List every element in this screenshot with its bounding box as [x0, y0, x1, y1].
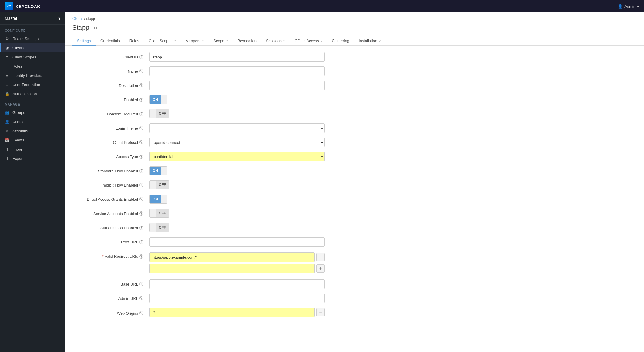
remove-web-origin-button[interactable]: − [316, 308, 325, 316]
tab-clustering[interactable]: Clustering [327, 36, 354, 46]
user-menu[interactable]: 👤 Admin ▾ [618, 4, 639, 9]
page-title: Stapp [72, 24, 89, 31]
tab-client-scopes[interactable]: Client Scopes ? [144, 36, 181, 46]
tab-sessions[interactable]: Sessions ? [261, 36, 290, 46]
standard-flow-toggle[interactable]: ON [149, 166, 167, 175]
tab-mappers[interactable]: Mappers ? [181, 36, 209, 46]
service-off-label: OFF [156, 209, 169, 217]
root-url-help-icon[interactable]: ? [139, 240, 143, 244]
remove-redirect-uri-button[interactable]: − [316, 253, 325, 261]
consent-required-group: Consent Required ? OFF [72, 109, 325, 119]
client-id-group: Client ID ? [72, 52, 325, 62]
base-url-input[interactable] [149, 279, 325, 289]
valid-redirect-help-icon[interactable]: ? [139, 254, 143, 259]
enabled-help-icon[interactable]: ? [139, 98, 143, 102]
redirect-uri-input-1[interactable] [149, 252, 315, 262]
consent-off-label: OFF [156, 109, 169, 118]
description-help-icon[interactable]: ? [139, 83, 143, 87]
name-help-icon[interactable]: ? [139, 69, 143, 73]
sidebar-item-sessions[interactable]: ○ Sessions [0, 126, 65, 136]
base-url-group: Base URL ? [72, 279, 325, 289]
user-federation-icon: ≡ [5, 82, 9, 87]
admin-url-input[interactable] [149, 294, 325, 303]
client-protocol-help-icon[interactable]: ? [139, 140, 143, 144]
sidebar-item-users[interactable]: 👤 Users [0, 117, 65, 126]
login-theme-wrap: keycloak [149, 123, 325, 133]
tab-offline-access-label: Offline Access [294, 39, 319, 43]
sidebar-item-realm-settings[interactable]: ⚙ Realm Settings [0, 34, 65, 43]
enabled-toggle[interactable]: ON [149, 95, 167, 104]
sidebar-item-client-scopes[interactable]: ≡ Client Scopes [0, 52, 65, 62]
sidebar-item-user-federation[interactable]: ≡ User Federation [0, 80, 65, 89]
service-accounts-help-icon[interactable]: ? [139, 211, 143, 216]
login-theme-help-icon[interactable]: ? [139, 126, 143, 130]
client-protocol-label: Client Protocol ? [72, 140, 149, 145]
direct-access-label: Direct Access Grants Enabled ? [72, 197, 149, 202]
access-type-help-icon[interactable]: ? [139, 155, 143, 159]
description-label: Description ? [72, 83, 149, 88]
breadcrumb: Clients › stapp [65, 12, 644, 23]
tab-installation[interactable]: Installation ? [354, 36, 385, 46]
consent-on-label [150, 109, 156, 118]
login-theme-select[interactable]: keycloak [149, 123, 325, 133]
implicit-flow-help-icon[interactable]: ? [139, 183, 143, 187]
authorization-toggle[interactable]: OFF [149, 223, 169, 232]
root-url-input[interactable] [149, 237, 325, 247]
sidebar-item-export[interactable]: ⬇ Export [0, 154, 65, 163]
admin-url-help-icon[interactable]: ? [139, 296, 143, 300]
name-input[interactable] [149, 66, 325, 76]
sidebar-item-roles[interactable]: ≡ Roles [0, 62, 65, 71]
access-type-wrap: confidential public bearer-only [149, 152, 325, 161]
client-id-help-icon[interactable]: ? [139, 55, 143, 59]
web-origins-input[interactable] [149, 308, 315, 317]
consent-required-toggle[interactable]: OFF [149, 109, 169, 118]
standard-flow-help-icon[interactable]: ? [139, 169, 143, 173]
implicit-flow-toggle[interactable]: OFF [149, 180, 169, 189]
base-url-help-icon[interactable]: ? [139, 282, 143, 286]
tab-scope[interactable]: Scope ? [209, 36, 233, 46]
add-redirect-uri-button[interactable]: + [316, 264, 325, 273]
access-type-group: Access Type ? confidential public bearer… [72, 152, 325, 162]
tab-roles[interactable]: Roles [125, 36, 144, 46]
implicit-flow-group: Implicit Flow Enabled ? OFF [72, 180, 325, 190]
tab-offline-access[interactable]: Offline Access ? [290, 36, 327, 46]
breadcrumb-parent[interactable]: Clients [72, 17, 83, 21]
logo: KC KEYCLOAK [5, 2, 40, 10]
sidebar-item-events[interactable]: 📅 Events [0, 136, 65, 145]
tab-revocation[interactable]: Revocation [233, 36, 261, 46]
sidebar-item-groups[interactable]: 👥 Groups [0, 108, 65, 117]
client-protocol-group: Client Protocol ? openid-connect saml [72, 137, 325, 147]
direct-access-toggle[interactable]: ON [149, 195, 167, 204]
consent-required-help-icon[interactable]: ? [139, 112, 143, 116]
enabled-wrap: ON [149, 95, 325, 104]
realm-selector[interactable]: Master ▾ [0, 12, 65, 25]
tab-credentials[interactable]: Credentials [96, 36, 125, 46]
implicit-off-label: OFF [156, 181, 169, 189]
standard-flow-label: Standard Flow Enabled ? [72, 169, 149, 173]
import-icon: ⬆ [5, 147, 9, 152]
settings-form: Client ID ? Name ? Des [65, 46, 332, 329]
sidebar-item-identity-providers[interactable]: ≡ Identity Providers [0, 71, 65, 80]
authorization-help-icon[interactable]: ? [139, 226, 143, 230]
service-accounts-toggle[interactable]: OFF [149, 209, 169, 218]
delete-client-button[interactable]: 🗑 [93, 25, 98, 30]
direct-access-help-icon[interactable]: ? [139, 197, 143, 201]
client-protocol-select[interactable]: openid-connect saml [149, 138, 325, 147]
standard-off-label [161, 167, 167, 175]
tab-offline-access-help-icon: ? [321, 39, 322, 43]
valid-redirect-wrap: − + [149, 252, 325, 275]
tab-settings[interactable]: Settings [72, 36, 96, 46]
redirect-uri-input-2[interactable] [149, 264, 315, 273]
clients-icon: ◉ [5, 46, 9, 50]
sidebar-item-clients[interactable]: ◉ Clients [0, 43, 65, 52]
web-origins-help-icon[interactable]: ? [139, 311, 143, 315]
sidebar-item-label: Authentication [12, 92, 37, 96]
sidebar-item-label: Realm Settings [12, 36, 39, 41]
client-id-input[interactable] [149, 52, 325, 62]
web-origins-row: − [149, 308, 325, 317]
description-input[interactable] [149, 81, 325, 90]
sidebar-item-authentication[interactable]: 🔒 Authentication [0, 89, 65, 98]
sidebar-item-import[interactable]: ⬆ Import [0, 145, 65, 154]
implicit-on-label [150, 181, 156, 189]
access-type-select[interactable]: confidential public bearer-only [149, 152, 325, 161]
